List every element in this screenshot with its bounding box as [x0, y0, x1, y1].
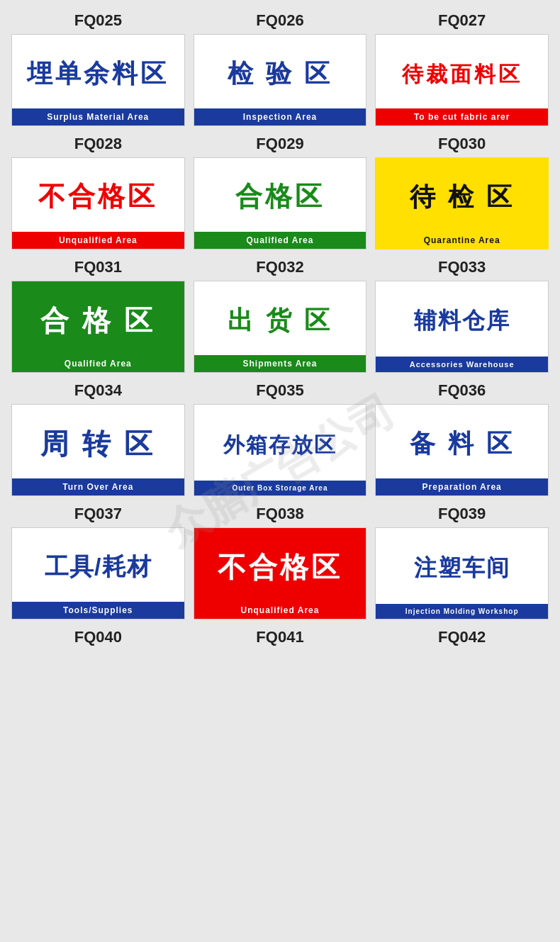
sign-footer-fq034: Turn Over Area — [12, 478, 184, 495]
sign-footer-fq027: To be cut fabric arer — [376, 108, 548, 125]
cell-fq039: FQ039 注塑车间 Injection Molding Workshop — [375, 505, 549, 619]
sign-fq029: 合格区 Qualified Area — [194, 157, 367, 249]
sign-fq028: 不合格区 Unqualified Area — [11, 157, 185, 249]
code-label-fq034: FQ034 — [74, 381, 122, 400]
sign-fq033: 辅料仓库 Accessories Warehouse — [375, 281, 549, 373]
sign-main-text-fq030: 待 检 区 — [410, 183, 515, 211]
code-label-fq039: FQ039 — [438, 505, 486, 523]
cell-fq025: FQ025 埋单余料区 Surplus Material Area — [11, 11, 185, 126]
code-label-fq028: FQ028 — [74, 135, 122, 153]
sign-main-text-fq035: 外箱存放区 — [223, 433, 337, 456]
cell-fq029: FQ029 合格区 Qualified Area — [194, 135, 367, 249]
sign-footer-fq025: Surplus Material Area — [12, 108, 184, 125]
code-label-fq041: FQ041 — [256, 628, 303, 646]
code-label-fq025: FQ025 — [74, 11, 122, 30]
sign-main-text-fq036: 备 料 区 — [410, 430, 515, 458]
code-label-fq032: FQ032 — [256, 258, 303, 276]
sign-fq026: 检 验 区 Inspection Area — [194, 34, 367, 126]
sign-fq036: 备 料 区 Preparation Area — [375, 404, 549, 496]
code-label-fq029: FQ029 — [256, 135, 303, 153]
sign-main-fq037: 工具/耗材 — [12, 528, 184, 602]
cell-fq028: FQ028 不合格区 Unqualified Area — [11, 135, 185, 249]
cell-fq033: FQ033 辅料仓库 Accessories Warehouse — [375, 258, 549, 373]
sign-main-fq025: 埋单余料区 — [12, 35, 184, 108]
sign-footer-fq029: Qualified Area — [194, 232, 366, 249]
sign-main-fq033: 辅料仓库 — [376, 281, 548, 357]
sign-fq032: 出 货 区 Shipments Area — [194, 281, 367, 373]
cell-fq042: FQ042 — [375, 628, 549, 646]
sign-footer-fq030: Quarantine Area — [376, 232, 548, 249]
sign-main-fq038: 不合格区 — [194, 528, 366, 602]
sign-main-text-fq038: 不合格区 — [218, 551, 342, 583]
sign-main-text-fq034: 周 转 区 — [40, 428, 155, 459]
cell-fq036: FQ036 备 料 区 Preparation Area — [375, 381, 549, 496]
sign-main-text-fq032: 出 货 区 — [228, 306, 332, 335]
sign-fq027: 待裁面料区 To be cut fabric arer — [375, 34, 549, 126]
code-label-fq033: FQ033 — [438, 258, 486, 276]
sign-grid: FQ025 埋单余料区 Surplus Material Area FQ026 … — [0, 0, 560, 658]
code-label-fq040: FQ040 — [74, 628, 122, 646]
sign-main-fq032: 出 货 区 — [194, 281, 366, 355]
sign-main-fq034: 周 转 区 — [12, 405, 184, 478]
sign-fq035: 外箱存放区 Outer Box Storage Area — [194, 404, 367, 496]
sign-main-text-fq031: 合 格 区 — [40, 305, 155, 336]
code-label-fq035: FQ035 — [256, 381, 303, 400]
code-label-fq031: FQ031 — [74, 258, 122, 276]
cell-fq041: FQ041 — [194, 628, 367, 646]
cell-fq030: FQ030 待 检 区 Quarantine Area — [375, 135, 549, 249]
code-label-fq038: FQ038 — [256, 505, 303, 523]
sign-footer-fq028: Unqualified Area — [12, 232, 184, 249]
sign-main-fq029: 合格区 — [194, 158, 366, 232]
sign-footer-fq032: Shipments Area — [194, 355, 366, 372]
sign-footer-fq035: Outer Box Storage Area — [194, 481, 366, 495]
cell-fq026: FQ026 检 验 区 Inspection Area — [194, 11, 367, 126]
sign-fq030: 待 检 区 Quarantine Area — [375, 157, 549, 249]
sign-footer-fq031: Qualified Area — [12, 355, 184, 372]
sign-main-fq026: 检 验 区 — [194, 35, 366, 108]
sign-fq025: 埋单余料区 Surplus Material Area — [11, 34, 185, 126]
sign-main-text-fq026: 检 验 区 — [228, 60, 332, 88]
cell-fq032: FQ032 出 货 区 Shipments Area — [194, 258, 367, 373]
cell-fq037: FQ037 工具/耗材 Tools/Supplies — [11, 505, 185, 619]
sign-main-fq036: 备 料 区 — [376, 405, 548, 478]
sign-main-fq031: 合 格 区 — [12, 281, 184, 355]
sign-main-fq028: 不合格区 — [12, 158, 184, 232]
sign-footer-fq039: Injection Molding Workshop — [376, 604, 548, 619]
code-label-fq030: FQ030 — [438, 135, 486, 153]
sign-main-text-fq037: 工具/耗材 — [45, 554, 151, 580]
sign-footer-fq037: Tools/Supplies — [12, 602, 184, 619]
sign-fq031: 合 格 区 Qualified Area — [11, 281, 185, 373]
sign-main-text-fq028: 不合格区 — [38, 182, 157, 212]
sign-main-fq039: 注塑车间 — [376, 528, 548, 604]
sign-main-text-fq033: 辅料仓库 — [414, 308, 510, 333]
sign-footer-fq026: Inspection Area — [194, 108, 366, 125]
sign-main-fq035: 外箱存放区 — [194, 405, 366, 481]
sign-main-text-fq029: 合格区 — [235, 182, 325, 212]
sign-main-fq027: 待裁面料区 — [376, 35, 548, 108]
cell-fq031: FQ031 合 格 区 Qualified Area — [11, 258, 185, 373]
cell-fq038: FQ038 不合格区 Unqualified Area — [194, 505, 367, 619]
code-label-fq027: FQ027 — [438, 11, 486, 30]
sign-main-text-fq025: 埋单余料区 — [27, 60, 169, 88]
cell-fq034: FQ034 周 转 区 Turn Over Area — [11, 381, 185, 496]
sign-fq038: 不合格区 Unqualified Area — [194, 527, 367, 619]
code-label-fq036: FQ036 — [438, 381, 486, 400]
code-label-fq026: FQ026 — [256, 11, 303, 30]
sign-main-fq030: 待 检 区 — [376, 158, 548, 232]
sign-footer-fq036: Preparation Area — [376, 478, 548, 495]
sign-footer-fq033: Accessories Warehouse — [376, 357, 548, 372]
cell-fq027: FQ027 待裁面料区 To be cut fabric arer — [375, 11, 549, 126]
sign-footer-fq038: Unqualified Area — [194, 602, 366, 619]
cell-fq035: FQ035 外箱存放区 Outer Box Storage Area — [194, 381, 367, 496]
sign-main-text-fq039: 注塑车间 — [414, 556, 510, 581]
code-label-fq037: FQ037 — [74, 505, 122, 523]
sign-main-text-fq027: 待裁面料区 — [402, 62, 522, 86]
sign-fq037: 工具/耗材 Tools/Supplies — [11, 527, 185, 619]
cell-fq040: FQ040 — [11, 628, 185, 646]
sign-fq034: 周 转 区 Turn Over Area — [11, 404, 185, 496]
sign-fq039: 注塑车间 Injection Molding Workshop — [375, 527, 549, 619]
code-label-fq042: FQ042 — [438, 628, 486, 646]
